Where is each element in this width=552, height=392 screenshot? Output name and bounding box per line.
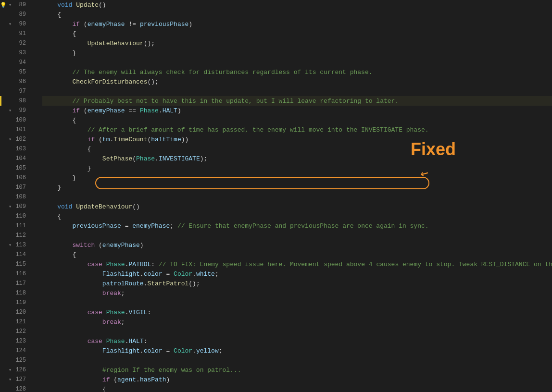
gutter-row: ▾109 xyxy=(0,202,36,211)
line-number: 92 xyxy=(13,40,28,47)
code-line: // After a brief amount of time has pass… xyxy=(42,125,552,135)
code-token: } xyxy=(42,184,61,191)
code-token: break xyxy=(102,318,121,326)
line-number: 96 xyxy=(13,78,28,85)
code-token: if xyxy=(102,376,110,383)
code-line: } xyxy=(42,48,552,58)
code-token: haltTime xyxy=(151,136,181,143)
code-line: break; xyxy=(42,288,552,298)
code-line: case Phase.PATROL: // TO FIX: Enemy spee… xyxy=(42,259,552,269)
code-token: . xyxy=(192,270,196,278)
code-token: . xyxy=(159,107,163,114)
gutter-row: 123 xyxy=(0,336,36,346)
code-token: patrolRoute xyxy=(102,280,144,287)
code-token: previousPhase xyxy=(72,222,121,230)
breakpoint-area[interactable]: 💡 xyxy=(0,1,7,9)
code-token xyxy=(42,280,102,287)
code-line xyxy=(42,192,552,202)
code-token: enemyPhase xyxy=(88,21,125,28)
code-token: UpdateBehaviour xyxy=(76,203,132,210)
code-line: // Probably best not to have this in the… xyxy=(42,96,552,106)
code-token: Color xyxy=(174,270,192,278)
code-token: if xyxy=(72,21,80,28)
line-number: 111 xyxy=(13,222,28,229)
code-token xyxy=(102,338,106,345)
code-line: if (tm.TimeCount(haltTime)) xyxy=(42,135,552,144)
gutter-row: 97 xyxy=(0,86,36,96)
fold-icon[interactable]: ▾ xyxy=(7,108,13,113)
code-token xyxy=(42,21,72,28)
gutter-row: 103 xyxy=(0,144,36,154)
gutter-row: 118 xyxy=(0,288,36,298)
line-number: 113 xyxy=(13,242,28,248)
gutter-row: 119 xyxy=(0,298,36,307)
code-token: void xyxy=(57,203,72,210)
code-token: : xyxy=(148,309,151,316)
gutter-row: 117 xyxy=(0,279,36,288)
code-token: case xyxy=(88,261,102,268)
fold-icon[interactable]: ▾ xyxy=(7,2,13,8)
code-token xyxy=(42,98,72,105)
code-token: . xyxy=(192,347,196,355)
code-token: ( xyxy=(95,136,102,143)
gutter-row: 92 xyxy=(0,38,36,48)
line-number: 105 xyxy=(13,165,28,172)
code-line: SetPhase(Phase.INVESTIGATE); xyxy=(42,154,552,163)
code-token: break xyxy=(102,290,121,297)
code-line xyxy=(42,86,552,96)
line-number: 100 xyxy=(13,117,28,123)
code-token: UpdateBehaviour xyxy=(88,40,144,47)
code-token xyxy=(42,69,72,76)
gutter-row: 110 xyxy=(0,211,36,221)
line-number: 120 xyxy=(13,309,28,316)
line-number: 128 xyxy=(13,386,28,392)
gutter-row: 122 xyxy=(0,327,36,336)
code-token: void xyxy=(57,1,72,9)
code-token xyxy=(42,222,72,230)
code-token: hasPath xyxy=(140,376,166,383)
code-line: case Phase.VIGIL: xyxy=(42,307,552,317)
code-token: ( xyxy=(95,242,102,249)
line-number: 104 xyxy=(13,155,28,162)
code-token: // After a brief amount of time has pass… xyxy=(88,126,429,134)
fold-icon[interactable]: ▾ xyxy=(7,242,13,248)
fold-icon[interactable]: ▾ xyxy=(7,377,13,382)
code-token: if xyxy=(72,107,80,114)
code-token: . xyxy=(125,338,129,345)
code-token: ; xyxy=(170,222,177,230)
fold-icon[interactable]: ▾ xyxy=(7,21,13,27)
fold-icon[interactable]: ▾ xyxy=(7,367,13,373)
code-token: . xyxy=(144,280,148,287)
code-line xyxy=(42,298,552,307)
code-token: . xyxy=(125,309,129,316)
code-line: if (agent.hasPath) xyxy=(42,375,552,384)
fold-icon[interactable]: ▾ xyxy=(7,136,13,142)
gutter-row: 93 xyxy=(0,48,36,58)
fold-icon[interactable]: ▾ xyxy=(7,204,13,209)
gutter-row: 101 xyxy=(0,125,36,135)
code-content[interactable]: Fixed ↙ void Update() { if (enemyPhase !… xyxy=(38,0,552,392)
line-number: 103 xyxy=(13,146,28,152)
code-token xyxy=(42,107,72,114)
line-number: 119 xyxy=(13,299,28,306)
code-line: } xyxy=(42,173,552,183)
code-line: if (enemyPhase == Phase.HALT) xyxy=(42,106,552,115)
code-token: Phase xyxy=(136,155,155,162)
code-token: )) xyxy=(181,136,189,143)
line-number: 117 xyxy=(13,280,28,287)
line-number: 115 xyxy=(13,261,28,268)
code-token: PATROL xyxy=(128,261,151,268)
code-line: { xyxy=(42,144,552,154)
code-token: Update xyxy=(76,1,99,9)
code-token: ( xyxy=(147,136,151,143)
code-token: ; xyxy=(219,347,223,355)
code-token: #region If the enemy was on patrol... xyxy=(102,367,241,374)
code-token: // Ensure that enemyPhase and previousPh… xyxy=(177,222,429,230)
code-token: : xyxy=(151,261,159,268)
code-token xyxy=(42,309,88,316)
code-line: if (enemyPhase != previousPhase) xyxy=(42,19,552,29)
code-token: () xyxy=(132,203,140,210)
code-token: . xyxy=(140,347,144,355)
lightbulb-icon[interactable]: 💡 xyxy=(0,2,7,8)
code-token: white xyxy=(196,270,215,278)
